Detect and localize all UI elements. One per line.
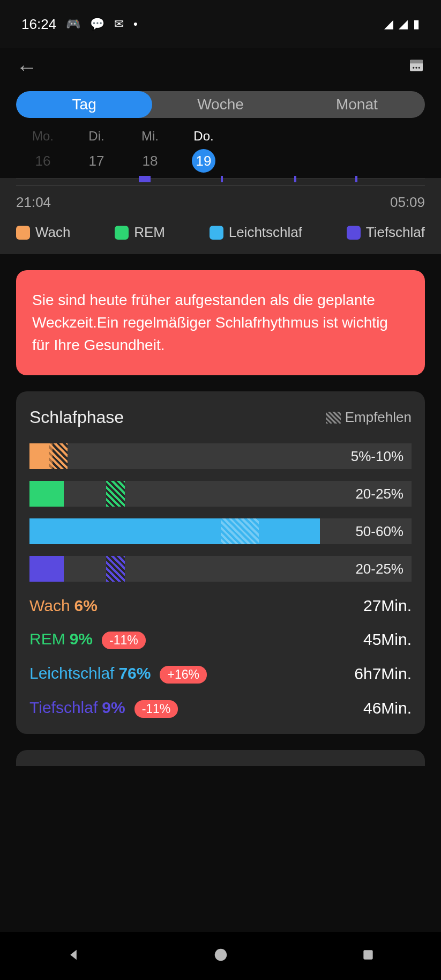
hatch-icon — [326, 412, 341, 424]
mail-icon: ✉ — [114, 17, 124, 31]
stat-percent: 9% — [102, 699, 125, 717]
battery-icon: ▮ — [413, 17, 420, 31]
phase-title: Schlafphase — [29, 407, 124, 427]
stat-percent: 9% — [70, 630, 93, 648]
stat-duration: 27Min. — [363, 597, 412, 615]
discord-icon: 🎮 — [66, 17, 80, 31]
status-time: 16:24 — [21, 16, 56, 33]
phase-bar: 20-25% — [29, 556, 412, 582]
stat-percent: 6% — [74, 597, 98, 615]
bar-fill — [29, 481, 64, 507]
legend-deep: Tiefschlaf — [347, 224, 425, 241]
bar-recommended — [106, 481, 125, 507]
nav-recent-button[interactable] — [361, 948, 375, 964]
stat-name: REM — [29, 630, 65, 648]
svg-point-5 — [215, 949, 227, 961]
tab-week[interactable]: Woche — [152, 91, 288, 118]
nav-home-button[interactable] — [213, 947, 229, 965]
bar-recommended — [221, 518, 259, 544]
stat-row: Leichtschlaf 76% +16% 6h7Min. — [29, 664, 412, 684]
legend-rem: REM — [115, 224, 165, 241]
svg-point-4 — [418, 67, 420, 69]
stat-delta: -11% — [134, 700, 178, 718]
signal-icon: ◢ — [399, 17, 408, 31]
time-range-tabs: Tag Woche Monat — [16, 91, 425, 118]
app-header: ← — [0, 48, 441, 86]
system-nav-bar — [0, 932, 441, 980]
day-item[interactable]: Mo.16 — [16, 129, 70, 173]
recommend-label: Empfehlen — [326, 409, 412, 426]
day-name: Di. — [70, 129, 123, 144]
sleep-phase-card: Schlafphase Empfehlen 5%-10% 20-25% 50-6… — [16, 391, 425, 734]
bar-range-label: 20-25% — [355, 486, 403, 502]
day-number: 18 — [138, 149, 162, 173]
sleep-end-time: 05:09 — [390, 194, 425, 211]
wifi-icon: ◢ — [384, 17, 393, 31]
day-number: 19 — [192, 149, 215, 173]
stat-name: Tiefschlaf — [29, 699, 98, 717]
legend-wake: Wach — [16, 224, 71, 241]
stat-delta: +16% — [160, 666, 206, 684]
day-item[interactable]: Mi.18 — [123, 129, 177, 173]
stat-duration: 6h7Min. — [354, 665, 412, 683]
chat-icon: 💬 — [90, 17, 104, 31]
tab-day[interactable]: Tag — [16, 91, 152, 118]
back-button[interactable]: ← — [16, 55, 38, 79]
svg-point-2 — [413, 67, 414, 69]
day-item[interactable]: Di.17 — [70, 129, 123, 173]
alert-text: Sie sind heute früher aufgestanden als d… — [32, 292, 388, 353]
day-name: Mo. — [16, 129, 70, 144]
stat-delta: -11% — [102, 632, 146, 649]
stat-name: Leichtschlaf — [29, 664, 114, 682]
sleep-timeline: 21:04 05:09 Wach REM Leichtschlaf Tiefsc… — [0, 178, 441, 254]
stat-row: Wach 6% 27Min. — [29, 597, 412, 615]
bar-recommended — [49, 443, 68, 469]
stat-name: Wach — [29, 597, 70, 615]
bar-range-label: 50-60% — [355, 523, 403, 540]
next-card-peek[interactable] — [16, 750, 425, 766]
stat-row: REM 9% -11% 45Min. — [29, 630, 412, 649]
alert-card: Sie sind heute früher aufgestanden als d… — [16, 270, 425, 375]
day-name: Do. — [177, 129, 230, 144]
status-bar: 16:24 🎮 💬 ✉ • ◢ ◢ ▮ — [0, 0, 441, 48]
sleep-legend: Wach REM Leichtschlaf Tiefschlaf — [0, 224, 441, 241]
svg-rect-1 — [410, 60, 423, 64]
phase-bar: 50-60% — [29, 518, 412, 544]
day-number: 16 — [31, 149, 55, 173]
bar-range-label: 20-25% — [355, 561, 403, 577]
day-number: 17 — [85, 149, 108, 173]
bar-fill — [29, 518, 320, 544]
calendar-icon[interactable] — [408, 56, 425, 78]
day-name: Mi. — [123, 129, 177, 144]
nav-back-button[interactable] — [66, 947, 81, 964]
phase-bar: 5%-10% — [29, 443, 412, 469]
bar-range-label: 5%-10% — [351, 448, 403, 465]
tab-month[interactable]: Monat — [289, 91, 425, 118]
stat-row: Tiefschlaf 9% -11% 46Min. — [29, 699, 412, 718]
day-item[interactable]: Do.19 — [177, 129, 230, 173]
svg-rect-6 — [363, 950, 372, 959]
bar-recommended — [106, 556, 125, 582]
more-icon: • — [133, 17, 138, 31]
day-selector: Mo.16Di.17Mi.18Do.19 — [0, 121, 441, 178]
bar-fill — [29, 556, 64, 582]
stat-percent: 76% — [118, 664, 151, 682]
phase-bar: 20-25% — [29, 481, 412, 507]
sleep-start-time: 21:04 — [16, 194, 51, 211]
legend-light: Leichtschlaf — [210, 224, 302, 241]
stat-duration: 46Min. — [363, 699, 412, 717]
stat-duration: 45Min. — [363, 630, 412, 649]
svg-point-3 — [415, 67, 417, 69]
